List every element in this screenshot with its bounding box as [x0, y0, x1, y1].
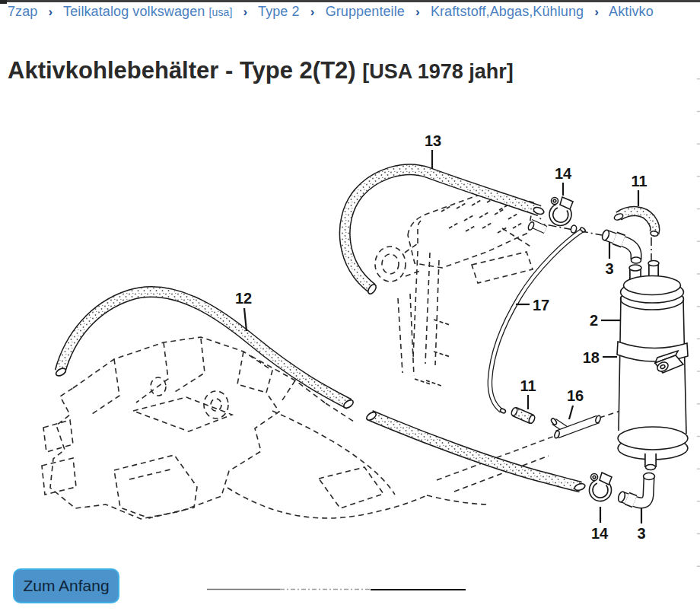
- engine-assembly-center-drawing: [375, 192, 541, 386]
- pipe-stub-drawing: [527, 221, 578, 234]
- part-label-14-top: 14: [555, 165, 572, 182]
- elbow-3-top-drawing: [601, 229, 641, 263]
- back-to-top-button[interactable]: Zum Anfang: [13, 568, 119, 603]
- clamp-14-bottom-drawing: [590, 473, 612, 501]
- t-piece-16-drawing: [550, 415, 601, 438]
- bottom-rule: [207, 590, 466, 590]
- canister-2-drawing: [617, 261, 688, 470]
- part-label-2: 2: [590, 312, 598, 329]
- part-label-11-middle: 11: [520, 377, 536, 394]
- elbow-3-bottom-drawing: [617, 473, 654, 503]
- part-label-11-top: 11: [631, 173, 647, 189]
- engine-assembly-left-drawing: [42, 337, 488, 519]
- part-label-3-bottom: 3: [637, 525, 645, 542]
- part-labels: 13 14 11 3 12 17 2 18 11 16 14 3: [235, 132, 648, 542]
- clamp-14-top-drawing: [549, 197, 573, 225]
- hose-17-drawing: [490, 227, 586, 414]
- part-label-14-bottom: 14: [591, 525, 609, 542]
- part-label-12: 12: [235, 290, 252, 307]
- part-label-18: 18: [583, 349, 600, 366]
- part-label-13: 13: [425, 132, 441, 149]
- parts-diagram: 13 14 11 3 12 17 2 18 11 16 14 3: [0, 0, 700, 611]
- part-label-3-top: 3: [605, 260, 613, 277]
- hose-11-middle-drawing: [511, 407, 536, 425]
- part-label-17: 17: [533, 297, 549, 313]
- part-label-16: 16: [567, 387, 584, 404]
- hose-13-drawing: [345, 170, 545, 295]
